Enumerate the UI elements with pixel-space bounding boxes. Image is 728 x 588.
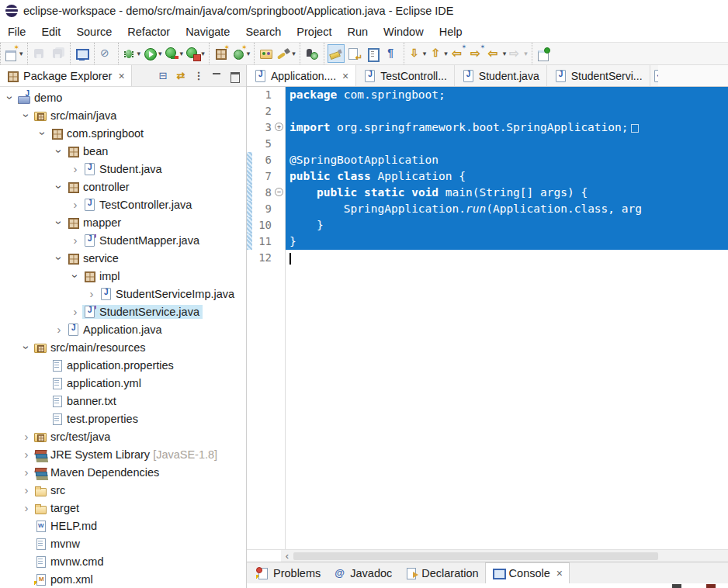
new-java-class-button[interactable]: ▾ <box>231 44 251 63</box>
tree-item-student-java[interactable]: ›Student.java <box>0 160 246 178</box>
tree-item-banner-txt[interactable]: banner.txt <box>0 392 246 410</box>
tree-item-impl[interactable]: ›impl <box>0 267 246 285</box>
tree-item-target[interactable]: ›target <box>0 499 246 517</box>
chevron-collapsed-icon[interactable]: › <box>19 483 33 497</box>
tree-item-demo[interactable]: ›demo <box>0 88 246 106</box>
tree-item-application-java[interactable]: ›Application.java <box>0 320 246 338</box>
chevron-collapsed-icon[interactable]: › <box>19 448 33 462</box>
show-source-button[interactable] <box>346 44 363 63</box>
tree-item-src-main-resources[interactable]: ›src/main/resources <box>0 338 246 356</box>
view-menu-button[interactable] <box>191 68 206 84</box>
menu-project[interactable]: Project <box>289 22 339 42</box>
code-text[interactable]: public class Application { <box>285 168 728 185</box>
chevron-expanded-icon[interactable]: › <box>52 251 66 265</box>
code-line-7[interactable]: 7public class Application { <box>247 168 728 185</box>
tree-item-mvnw[interactable]: mvnw <box>0 534 246 552</box>
tree-item-mvnw-cmd[interactable]: mvnw.cmd <box>0 552 246 570</box>
code-line-9[interactable]: 9 SpringApplication.run(Application.clas… <box>247 201 728 217</box>
forward-button[interactable]: ▾ <box>508 44 529 63</box>
menu-run[interactable]: Run <box>339 22 376 42</box>
dropdown-arrow-icon[interactable]: ▾ <box>158 50 162 57</box>
tree-item-test-properties[interactable]: test.properties <box>0 410 246 427</box>
scroll-left-arrow-icon[interactable]: ‹ <box>281 551 293 562</box>
new-java-package-button[interactable] <box>213 44 230 63</box>
tree-item-application-properties[interactable]: application.properties <box>0 356 246 374</box>
code-text[interactable]: } <box>285 217 728 233</box>
dropdown-arrow-icon[interactable]: ▾ <box>19 50 23 57</box>
code-line-12[interactable]: 12 <box>247 250 728 266</box>
chevron-expanded-icon[interactable]: › <box>68 269 82 283</box>
chevron-expanded-icon[interactable]: › <box>19 109 33 123</box>
chevron-collapsed-icon[interactable]: › <box>19 501 33 515</box>
chevron-expanded-icon[interactable]: › <box>52 216 66 230</box>
debug-button[interactable]: ▾ <box>122 44 142 63</box>
code-line-3[interactable]: 3+import org.springframework.boot.Spring… <box>247 119 728 136</box>
save-button[interactable] <box>31 44 48 63</box>
code-text[interactable] <box>285 103 728 119</box>
code-text[interactable] <box>285 250 728 266</box>
code-line-6[interactable]: 6@SpringBootApplication <box>247 152 728 168</box>
tree-item-maven-dependencies[interactable]: ›Maven Dependencies <box>0 463 246 481</box>
editor-tab-application[interactable]: Application....× <box>247 65 356 86</box>
chevron-expanded-icon[interactable]: › <box>52 144 66 158</box>
dropdown-arrow-icon[interactable]: ▾ <box>503 50 507 57</box>
menu-navigate[interactable]: Navigate <box>178 22 237 42</box>
menu-window[interactable]: Window <box>376 22 432 42</box>
editor-tab-student-java[interactable]: Student.java <box>455 65 547 86</box>
menu-search[interactable]: Search <box>237 22 289 42</box>
dropdown-arrow-icon[interactable]: ▾ <box>423 50 427 57</box>
editor-horizontal-scrollbar[interactable]: ‹ <box>247 549 728 562</box>
last-edit-location-button[interactable] <box>450 44 467 63</box>
scrollbar-thumb[interactable] <box>293 552 658 560</box>
code-line-2[interactable]: 2 <box>247 103 728 119</box>
profile-button[interactable]: ▾ <box>185 44 206 63</box>
chevron-expanded-icon[interactable]: › <box>36 126 50 140</box>
chevron-collapsed-icon[interactable]: › <box>68 305 82 319</box>
code-text[interactable]: @SpringBootApplication <box>285 152 728 168</box>
chevron-collapsed-icon[interactable]: › <box>68 198 82 212</box>
chevron-collapsed-icon[interactable]: › <box>52 323 66 337</box>
tree-item-src[interactable]: ›src <box>0 481 246 499</box>
coverage-button[interactable]: ▾ <box>165 44 185 63</box>
view-tab-console[interactable]: Console× <box>485 562 570 583</box>
tree-item-pom-xml[interactable]: pom.xml <box>0 570 246 588</box>
tree-item-controller[interactable]: ›controller <box>0 178 246 195</box>
code-editor[interactable]: 1package com.springboot;23+import org.sp… <box>247 87 728 549</box>
code-text[interactable]: public static void main(String[] args) { <box>285 185 728 201</box>
code-text[interactable]: import org.springframework.boot.SpringAp… <box>285 119 728 136</box>
link-with-editor-button[interactable] <box>173 68 189 84</box>
view-tab-problems[interactable]: Problems <box>250 562 327 583</box>
tree-item-testcontroller-java[interactable]: ›TestController.java <box>0 195 246 213</box>
minimize-button[interactable] <box>209 68 224 84</box>
tree-item-studentserviceimp-java[interactable]: ›StudentServiceImp.java <box>0 285 246 303</box>
pin-editor-button[interactable] <box>536 44 553 63</box>
chevron-collapsed-icon[interactable]: › <box>85 287 99 301</box>
search-button[interactable]: ▾ <box>276 44 296 63</box>
dropdown-arrow-icon[interactable]: ▾ <box>201 50 205 57</box>
code-line-1[interactable]: 1package com.springboot; <box>247 87 728 103</box>
view-tab-javadoc[interactable]: Javadoc <box>327 562 398 583</box>
editor-tab-partial[interactable] <box>650 65 658 86</box>
code-line-11[interactable]: 11} <box>247 233 728 250</box>
dropdown-arrow-icon[interactable]: ▾ <box>137 50 141 57</box>
view-tab-declaration[interactable]: Declaration <box>398 562 484 583</box>
dropdown-arrow-icon[interactable]: ▾ <box>247 50 251 57</box>
tree-item-src-test-java[interactable]: ›src/test/java <box>0 427 246 445</box>
save-all-button[interactable] <box>50 44 67 63</box>
tree-item-application-yml[interactable]: application.yml <box>0 374 246 392</box>
show-whitespace-button[interactable] <box>383 44 400 63</box>
close-icon[interactable]: × <box>118 71 124 81</box>
fold-expand-icon[interactable]: + <box>275 123 283 131</box>
next-edit-location-button[interactable] <box>469 44 486 63</box>
fold-collapse-icon[interactable]: − <box>275 188 283 196</box>
dropdown-arrow-icon[interactable]: ▾ <box>180 50 184 57</box>
chevron-expanded-icon[interactable]: › <box>19 341 33 355</box>
package-explorer-tab[interactable]: Package Explorer × <box>0 65 132 86</box>
new-wizard-button[interactable]: ▾ <box>4 44 24 63</box>
tree-item-service[interactable]: ›service <box>0 249 246 267</box>
editor-tab-studentservi[interactable]: StudentServi... <box>547 65 650 86</box>
tree-item-mapper[interactable]: ›mapper <box>0 213 246 231</box>
menu-help[interactable]: Help <box>432 22 470 42</box>
code-text[interactable]: SpringApplication.run(Application.class,… <box>285 201 728 217</box>
dropdown-arrow-icon[interactable]: ▾ <box>292 50 296 57</box>
